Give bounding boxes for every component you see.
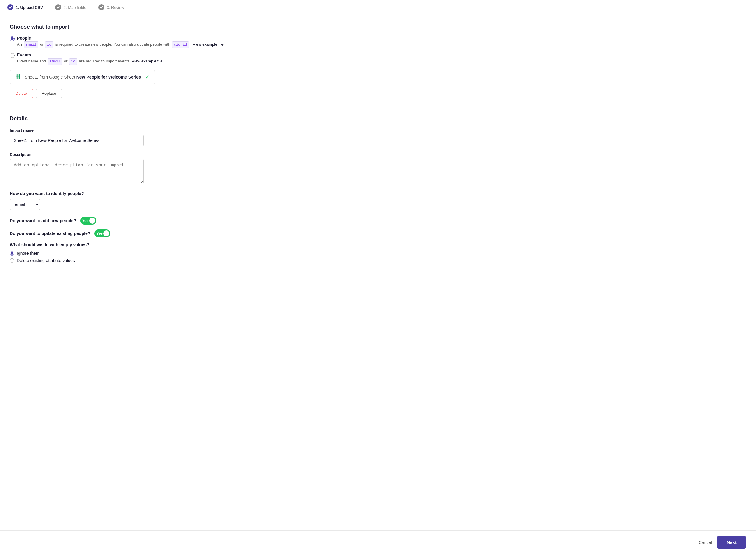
empty-values-title: What should we do with empty values?: [10, 242, 746, 247]
delete-empty-radio[interactable]: [10, 259, 14, 263]
svg-rect-0: [16, 74, 20, 79]
people-desc-or1: or: [40, 42, 45, 47]
import-name-label: Import name: [10, 128, 746, 132]
step-upload-csv[interactable]: 1. Upload CSV: [7, 4, 43, 10]
doc-name: New People for Welcome Series: [76, 75, 141, 79]
add-new-people-track[interactable]: Yes: [80, 217, 96, 225]
step-label-3: 3. Review: [107, 5, 124, 10]
events-radio[interactable]: [10, 53, 15, 58]
section-divider: [0, 107, 756, 107]
details-title: Details: [10, 115, 746, 122]
update-existing-track[interactable]: Yes: [94, 229, 110, 237]
google-sheets-icon: [15, 74, 22, 80]
step-map-fields[interactable]: 2. Map fields: [55, 4, 86, 10]
people-view-example-link[interactable]: View example file: [193, 42, 224, 47]
people-desc-dot: .: [191, 42, 193, 47]
add-new-people-row: Do you want to add new people? Yes: [10, 217, 746, 225]
people-option[interactable]: People An email or id is required to cre…: [10, 36, 746, 48]
stepper-header: 1. Upload CSV 2. Map fields 3. Review: [0, 0, 756, 15]
ignore-empty-option[interactable]: Ignore them: [10, 251, 746, 256]
update-existing-row: Do you want to update existing people? Y…: [10, 229, 746, 237]
next-button[interactable]: Next: [717, 536, 746, 549]
people-label[interactable]: People: [17, 36, 31, 41]
identify-label: How do you want to identify people?: [10, 191, 746, 196]
section-choose-title: Choose what to import: [10, 24, 746, 30]
step-label-2: 2. Map fields: [64, 5, 86, 10]
email-badge: email: [24, 42, 39, 48]
delete-empty-option[interactable]: Delete existing attribute values: [10, 258, 746, 263]
people-desc-pre: An: [17, 42, 23, 47]
events-email-badge: email: [48, 58, 62, 65]
events-label[interactable]: Events: [17, 52, 31, 57]
id-badge: id: [45, 42, 53, 48]
events-option[interactable]: Events Event name and email or id are re…: [10, 52, 746, 65]
delete-button[interactable]: Delete: [10, 89, 33, 98]
events-desc-pre: Event name and: [17, 59, 47, 63]
sheet-name-text: Sheet1: [25, 75, 38, 79]
add-new-people-toggle[interactable]: Yes: [80, 217, 96, 225]
people-desc-mid: is required to create new people. You ca…: [55, 42, 171, 47]
step-circle-1: [7, 4, 13, 10]
import-name-input[interactable]: [10, 135, 144, 146]
events-id-badge: id: [69, 58, 77, 65]
description-label: Description: [10, 152, 746, 157]
cio-id-badge: cio_id: [172, 42, 189, 48]
sheet-info: Sheet1 from Google Sheet New People for …: [25, 75, 141, 79]
people-radio[interactable]: [10, 36, 15, 41]
events-desc-or: or: [64, 59, 69, 63]
ignore-empty-label[interactable]: Ignore them: [17, 251, 40, 256]
update-existing-toggle[interactable]: Yes: [94, 229, 110, 237]
people-option-content: People An email or id is required to cre…: [17, 36, 224, 48]
ignore-empty-radio[interactable]: [10, 251, 14, 256]
events-view-example-link[interactable]: View example file: [132, 59, 163, 63]
people-desc: An email or id is required to create new…: [17, 42, 224, 48]
step-label-1: 1. Upload CSV: [16, 5, 43, 10]
step-review[interactable]: 3. Review: [99, 4, 124, 10]
description-textarea[interactable]: [10, 159, 144, 183]
sheet-box: Sheet1 from Google Sheet New People for …: [10, 70, 155, 85]
add-new-people-thumb: [89, 218, 95, 224]
events-desc: Event name and email or id are required …: [17, 58, 162, 65]
delete-empty-label[interactable]: Delete existing attribute values: [17, 258, 75, 263]
identify-select[interactable]: email id cio_id: [10, 199, 40, 210]
update-existing-toggle-label: Yes: [96, 231, 103, 235]
from-text: from Google Sheet: [39, 75, 76, 79]
footer: Cancel Next: [0, 530, 756, 554]
main-content: Choose what to import People An email or…: [0, 15, 756, 530]
file-action-buttons: Delete Replace: [10, 89, 746, 98]
cancel-button[interactable]: Cancel: [699, 540, 712, 545]
update-existing-label: Do you want to update existing people?: [10, 231, 90, 236]
add-new-people-label: Do you want to add new people?: [10, 218, 76, 223]
import-type-group: People An email or id is required to cre…: [10, 36, 746, 65]
check-icon: ✓: [145, 74, 150, 80]
add-new-people-toggle-label: Yes: [82, 219, 89, 223]
step-circle-3: [99, 4, 105, 10]
update-existing-thumb: [103, 230, 109, 236]
events-desc-mid: are required to import events.: [79, 59, 132, 63]
replace-button[interactable]: Replace: [36, 89, 62, 98]
step-circle-2: [55, 4, 61, 10]
events-option-content: Events Event name and email or id are re…: [17, 52, 162, 65]
